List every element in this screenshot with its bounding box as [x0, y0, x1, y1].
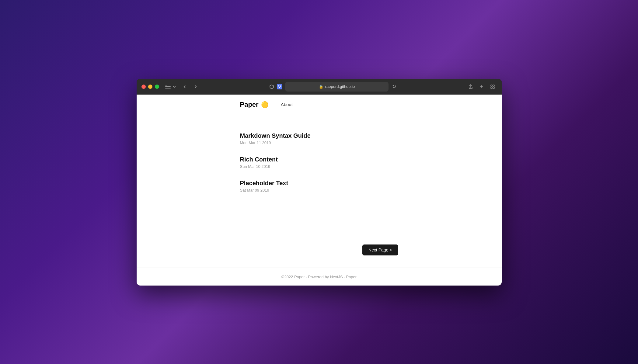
site-nav: About	[281, 102, 293, 107]
svg-rect-0	[277, 84, 282, 89]
footer-text: ©2022 Paper · Powered by NextJS · Paper	[281, 275, 357, 279]
address-bar-container: 🔒 raeperd.github.io ↻	[204, 82, 463, 92]
post-title-2: Placeholder Text	[240, 180, 398, 187]
fullscreen-button[interactable]	[488, 82, 497, 91]
extension-v-icon	[277, 84, 283, 90]
share-button[interactable]	[466, 82, 475, 91]
nav-about[interactable]: About	[281, 102, 293, 107]
sidebar-icon	[165, 85, 171, 89]
main-content: Markdown Syntax Guide Mon Mar 11 2019 Ri…	[137, 115, 502, 238]
post-list: Markdown Syntax Guide Mon Mar 11 2019 Ri…	[240, 127, 398, 198]
post-title-0: Markdown Syntax Guide	[240, 132, 398, 139]
post-date-2: Sat Mar 09 2019	[240, 188, 398, 192]
sidebar-toggle[interactable]	[165, 84, 177, 89]
site-footer: ©2022 Paper · Powered by NextJS · Paper	[137, 268, 502, 286]
toolbar-right	[466, 82, 497, 91]
svg-rect-5	[491, 87, 492, 88]
reload-button[interactable]: ↻	[391, 82, 397, 91]
post-title-1: Rich Content	[240, 156, 398, 163]
logo-text: Paper	[240, 101, 259, 109]
minimize-button[interactable]	[148, 85, 152, 89]
nav-buttons	[180, 82, 200, 91]
page-content: Paper 🟡 About Markdown Syntax Guide Mon …	[137, 95, 502, 286]
svg-rect-4	[493, 85, 494, 86]
url-text: raeperd.github.io	[325, 84, 355, 89]
post-item-0[interactable]: Markdown Syntax Guide Mon Mar 11 2019	[240, 127, 398, 151]
lock-icon: 🔒	[319, 85, 323, 89]
back-button[interactable]	[180, 82, 189, 91]
svg-rect-6	[493, 87, 494, 88]
post-item-2[interactable]: Placeholder Text Sat Mar 09 2019	[240, 174, 398, 198]
chevron-down-icon	[172, 84, 177, 89]
traffic-lights	[141, 85, 159, 89]
new-tab-button[interactable]	[477, 82, 486, 91]
browser-window: 🔒 raeperd.github.io ↻	[137, 79, 502, 286]
extension-icons	[269, 84, 283, 90]
forward-button[interactable]	[191, 82, 200, 91]
post-date-0: Mon Mar 11 2019	[240, 140, 398, 145]
svg-rect-3	[491, 85, 492, 86]
close-button[interactable]	[141, 85, 146, 89]
pagination: Next Page >	[137, 238, 502, 268]
privacy-icon	[269, 84, 275, 90]
logo-emoji: 🟡	[261, 101, 269, 108]
post-date-1: Sun Mar 10 2019	[240, 164, 398, 169]
titlebar: 🔒 raeperd.github.io ↻	[137, 79, 502, 95]
maximize-button[interactable]	[155, 85, 159, 89]
post-item-1[interactable]: Rich Content Sun Mar 10 2019	[240, 151, 398, 174]
site-header: Paper 🟡 About	[137, 95, 502, 115]
next-page-button[interactable]: Next Page >	[362, 244, 398, 255]
address-bar[interactable]: 🔒 raeperd.github.io	[285, 82, 389, 92]
site-logo[interactable]: Paper 🟡	[240, 101, 269, 109]
